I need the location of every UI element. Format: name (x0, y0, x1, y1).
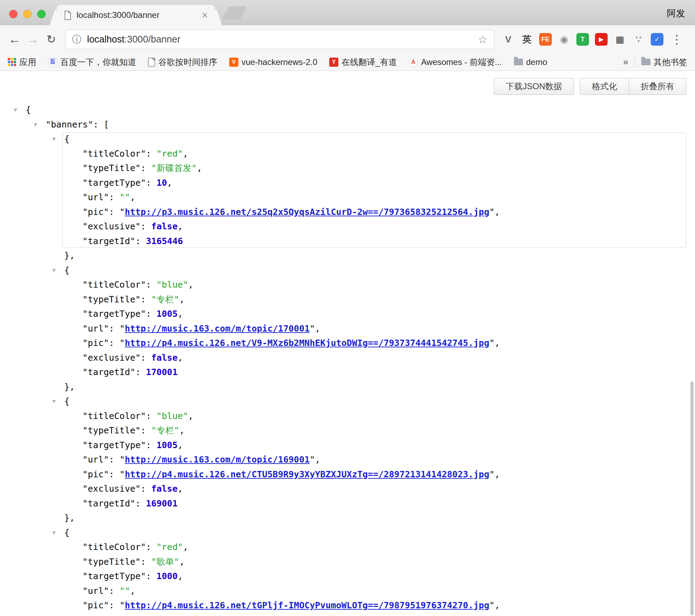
json-punc: , (179, 557, 185, 567)
json-url-link[interactable]: http://p4.music.126.net/V9-MXz6b2MNhEKju… (125, 338, 489, 348)
json-punc: : [ (93, 119, 109, 130)
json-field-key: "typeTitle" (82, 294, 141, 304)
shield-t-extension-icon[interactable]: T (576, 33, 589, 46)
org-extension-icon[interactable]: ◉ (558, 33, 570, 46)
back-button[interactable]: ← (6, 33, 24, 46)
collapse-arrow-icon[interactable]: ▼ (52, 132, 56, 146)
json-punc: : (141, 484, 151, 494)
download-json-button[interactable]: 下载JSON数据 (494, 78, 574, 95)
json-field-key: "titleColor" (82, 280, 146, 290)
json-field-key: "targetType" (82, 571, 146, 581)
translate-extension-icon[interactable]: 英 (521, 33, 533, 46)
json-field-line: "targetId": 169001 (0, 496, 695, 511)
json-string-value: "red" (157, 149, 183, 159)
address-bar[interactable]: ⓘ localhost:3000/banner ☆ (65, 30, 494, 49)
bookmarks-right-group: » 其他书签 (623, 57, 687, 68)
collapse-all-button[interactable]: 折叠所有 (629, 78, 686, 95)
url-text: localhost:3000/banner (87, 34, 180, 45)
bookmark-item[interactable]: 应用 (8, 57, 36, 68)
bookmarks-divider (635, 57, 635, 67)
bookmark-item[interactable]: AAwesomes - 前端资... (409, 57, 502, 68)
json-field-line: "typeTitle": "歌单", (0, 555, 695, 569)
shield-check-extension-icon[interactable]: ✓ (651, 33, 663, 46)
scrollbar-thumb[interactable] (690, 381, 694, 615)
page-info-icon[interactable]: ⓘ (72, 33, 81, 46)
json-punc: , (495, 207, 500, 217)
json-punc: " (489, 207, 495, 217)
json-punc: : (146, 178, 157, 188)
json-punc: , (178, 571, 183, 581)
json-url-link[interactable]: http://p3.music.126.net/s25q2x5QyqsAzilC… (125, 207, 489, 217)
action-bar: 下载JSON数据 格式化 折叠所有 (0, 71, 695, 95)
json-field-line: "titleColor": "red", (0, 540, 695, 555)
browser-tab[interactable]: localhost:3000/banner × (57, 5, 215, 25)
json-object: ▼{"titleColor": "blue","typeTitle": "专栏"… (0, 263, 695, 380)
json-punc: { (64, 265, 70, 275)
json-field-line: "titleColor": "red", (0, 146, 695, 161)
collapse-arrow-icon[interactable]: ▼ (52, 525, 56, 540)
json-field-key: "targetId" (82, 236, 135, 246)
json-url-link[interactable]: http://p4.music.126.net/CTU5B9R9y3XyYBZX… (125, 469, 489, 479)
json-number-value: 1005 (157, 440, 178, 450)
json-object-open: ▼{ (0, 525, 695, 540)
json-punc: { (64, 134, 70, 144)
paw-extension-icon[interactable]: ∵ (632, 33, 645, 46)
forward-button[interactable]: → (24, 33, 42, 46)
youtube-extension-icon[interactable]: ▶ (595, 33, 608, 46)
bookmark-item[interactable]: Y在线翻译_有道 (329, 57, 397, 68)
json-field-line: "url": "http://music.163.com/m/topic/170… (0, 321, 695, 336)
bookmark-star-icon[interactable]: ☆ (478, 33, 488, 46)
json-field-key: "typeTitle" (82, 557, 141, 567)
reload-button[interactable]: ↻ (42, 34, 60, 45)
bookmarks-bar: 应用百百度一下，你就知道谷歌按时间排序Vvue-hackernews-2.0Y在… (0, 53, 695, 71)
browser-menu-icon[interactable]: ⋮ (670, 32, 684, 46)
zoom-window-button[interactable] (37, 10, 46, 18)
json-punc: : (109, 586, 119, 596)
json-field-key: "targetId" (82, 367, 135, 377)
json-url-link[interactable]: http://p4.music.126.net/tGPljf-IMOCyPvum… (125, 600, 489, 610)
bookmark-item[interactable]: Vvue-hackernews-2.0 (229, 57, 317, 67)
json-field-key: "pic" (82, 338, 109, 348)
json-punc: " (489, 469, 495, 479)
collapse-arrow-icon[interactable]: ▼ (52, 394, 56, 409)
json-field-key: "exclusive" (82, 221, 141, 231)
titlebar: localhost:3000/banner × 阿发 (0, 0, 695, 25)
new-tab-button[interactable] (222, 6, 247, 20)
vimium-extension-icon[interactable]: V (502, 33, 515, 46)
bookmark-item[interactable]: demo (514, 57, 547, 67)
page-icon (148, 58, 155, 67)
json-punc: , (178, 615, 183, 616)
json-field-line: "titleColor": "blue", (0, 277, 695, 292)
json-string-value: "blue" (157, 280, 188, 290)
browser-window: localhost:3000/banner × 阿发 ← → ↻ ⓘ local… (0, 0, 695, 616)
json-punc: , (178, 484, 183, 494)
bookmarks-overflow-icon[interactable]: » (623, 57, 628, 67)
json-punc: , (130, 192, 135, 202)
collapse-arrow-icon[interactable]: ▼ (14, 103, 17, 117)
minimize-window-button[interactable] (23, 10, 32, 18)
collapse-arrow-icon[interactable]: ▼ (52, 263, 56, 278)
json-object-open: ▼{ (0, 263, 695, 278)
format-button[interactable]: 格式化 (580, 78, 629, 95)
json-field-line: "targetType": 1005, (0, 438, 695, 453)
json-field-key: "pic" (82, 207, 109, 217)
json-url-link[interactable]: http://music.163.com/m/topic/170001 (125, 323, 310, 334)
tab-close-icon[interactable]: × (201, 10, 208, 20)
fe-extension-icon[interactable]: FE (539, 33, 552, 46)
tab-title: localhost:3000/banner (77, 10, 198, 20)
json-url-link[interactable]: http://music.163.com/m/topic/169001 (125, 454, 310, 465)
json-punc: : (109, 207, 119, 217)
close-window-button[interactable] (9, 10, 18, 18)
json-field-line: "targetId": 3165446 (0, 234, 695, 249)
json-banners-line: ▼"banners": [ (0, 117, 695, 132)
json-punc: : (146, 149, 157, 159)
json-object-close: }, (0, 511, 695, 525)
json-field-key: "url" (82, 192, 109, 202)
bookmark-item[interactable]: 百百度一下，你就知道 (48, 57, 136, 68)
json-number-value: 169001 (146, 498, 178, 509)
json-field-key: "typeTitle" (82, 163, 141, 173)
other-bookmarks-folder[interactable]: 其他书签 (641, 57, 687, 68)
qrcode-extension-icon[interactable]: ▦ (614, 33, 626, 46)
collapse-arrow-icon[interactable]: ▼ (34, 117, 37, 132)
bookmark-item[interactable]: 谷歌按时间排序 (148, 57, 217, 68)
